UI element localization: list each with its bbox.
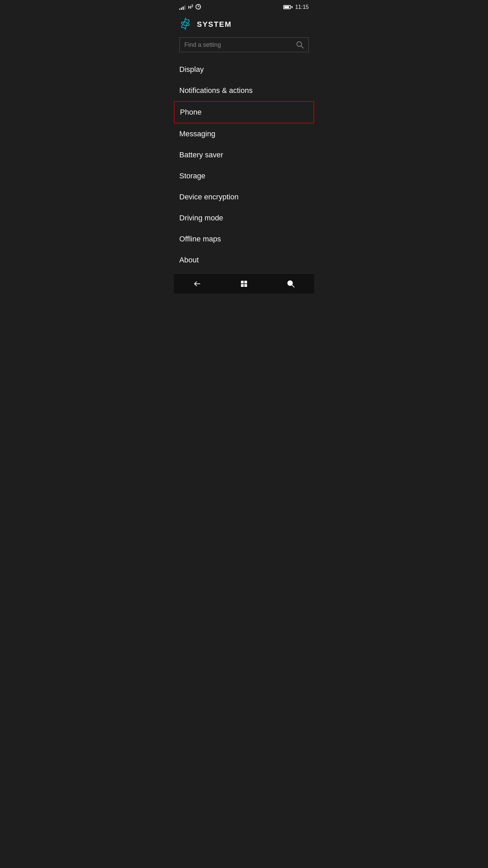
svg-rect-5: [241, 284, 244, 287]
svg-line-8: [292, 285, 294, 287]
svg-rect-4: [244, 281, 247, 283]
bottom-nav: [174, 273, 314, 294]
menu-item-phone[interactable]: Phone: [174, 101, 314, 123]
back-button[interactable]: [186, 277, 208, 291]
svg-rect-3: [241, 281, 244, 283]
search-input[interactable]: [184, 41, 296, 48]
page-header: SYSTEM: [174, 14, 314, 35]
menu-item-driving-mode[interactable]: Driving mode: [174, 208, 314, 229]
home-button[interactable]: [233, 277, 255, 291]
status-left: H2: [179, 4, 201, 11]
menu-item-battery-saver[interactable]: Battery saver: [174, 144, 314, 165]
menu-item-about[interactable]: About: [174, 250, 314, 271]
signal-bars-icon: [179, 4, 185, 10]
status-bar: H2 11:15: [174, 0, 314, 14]
menu-list: DisplayNotifications & actionsPhoneMessa…: [174, 56, 314, 273]
battery-icon: [283, 5, 292, 9]
svg-line-2: [301, 46, 304, 48]
status-time: 11:15: [295, 4, 309, 10]
data-icon: [195, 4, 201, 11]
status-right: 11:15: [283, 4, 309, 10]
search-button[interactable]: [296, 41, 304, 48]
menu-item-notifications[interactable]: Notifications & actions: [174, 80, 314, 101]
search-box[interactable]: [179, 37, 309, 52]
gear-icon: [179, 18, 191, 31]
menu-item-storage[interactable]: Storage: [174, 165, 314, 186]
menu-item-display[interactable]: Display: [174, 59, 314, 80]
search-nav-button[interactable]: [280, 277, 302, 291]
search-container: [174, 35, 314, 56]
menu-item-messaging[interactable]: Messaging: [174, 123, 314, 144]
menu-item-device-encryption[interactable]: Device encryption: [174, 186, 314, 208]
svg-rect-6: [244, 284, 247, 287]
menu-item-offline-maps[interactable]: Offline maps: [174, 229, 314, 250]
page-title: SYSTEM: [197, 20, 231, 29]
network-type: H2: [188, 5, 193, 10]
